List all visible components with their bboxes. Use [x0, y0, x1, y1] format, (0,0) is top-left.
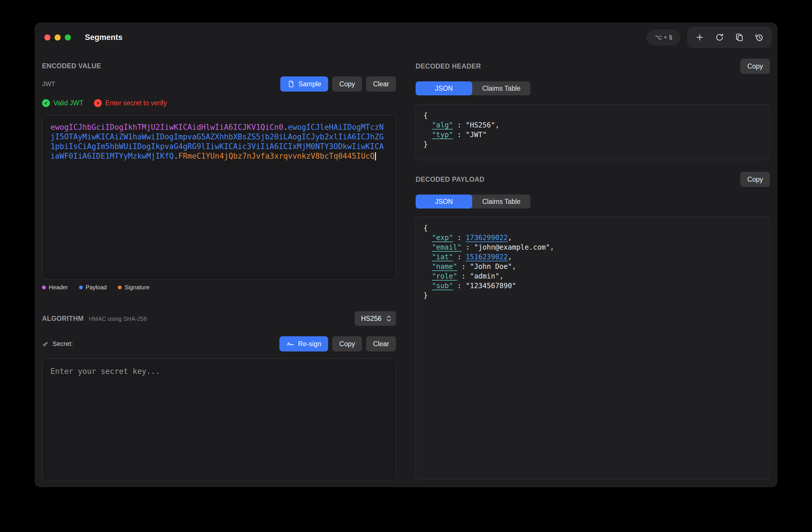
legend-signature-label: Signature [125, 284, 150, 291]
zoom-button[interactable] [65, 34, 71, 41]
sample-button[interactable]: Sample [280, 76, 328, 91]
algorithm-selected-value: HS256 [361, 315, 381, 322]
header-dot-icon [42, 286, 46, 289]
copy-header-button[interactable]: Copy [740, 59, 770, 74]
app-window: Segments ⌥ + § ENCODED VALU [35, 23, 777, 487]
tab-payload-json[interactable]: JSON [416, 195, 472, 209]
decoded-header-code: { "alg" : "HS256", "typ" : "JWT"} [423, 111, 762, 149]
json-value: "John Doe" [470, 262, 512, 271]
secret-buttons: Re-sign Copy Clear [279, 336, 396, 351]
code-line: } [423, 291, 762, 300]
header-view-tabs: JSON Claims Table [416, 81, 531, 95]
encoded-panel: ENCODED VALUE JWT Sample Copy Clear ✓ Va… [42, 52, 396, 481]
json-value[interactable]: 1736299022 [466, 234, 508, 242]
code-line: } [423, 140, 762, 149]
plus-icon [695, 33, 705, 42]
json-key[interactable]: "name" [432, 262, 457, 271]
code-line: "role" : "admin", [423, 272, 762, 281]
window-title: Segments [85, 33, 122, 42]
resign-button[interactable]: Re-sign [279, 336, 328, 351]
sample-button-label: Sample [299, 80, 321, 88]
code-line: "alg" : "HS256", [423, 120, 762, 130]
encoded-buttons: Sample Copy Clear [280, 76, 396, 91]
json-key[interactable]: "alg" [432, 121, 453, 129]
secret-input[interactable] [42, 358, 396, 481]
decoded-header-title: DECODED HEADER [416, 62, 481, 70]
payload-view-tabs: JSON Claims Table [416, 195, 531, 209]
copy-secret-button[interactable]: Copy [332, 336, 362, 351]
secret-warning-status: × Enter secret to verify [94, 99, 167, 107]
chevron-up-down-icon [386, 314, 392, 323]
json-key[interactable]: "role" [432, 272, 457, 280]
clear-encoded-button[interactable]: Clear [366, 76, 396, 91]
code-line: "sub" : "1234567890" [423, 281, 762, 291]
json-key[interactable]: "sub" [432, 282, 453, 290]
decoded-payload-box: { "exp" : 1736299022, "email" : "john@ex… [416, 217, 770, 479]
history-button[interactable] [750, 29, 768, 46]
copy-payload-button[interactable]: Copy [740, 172, 770, 187]
minimize-button[interactable] [55, 34, 61, 41]
legend-signature: Signature [118, 284, 150, 291]
code-line: "name" : "John Doe", [423, 262, 762, 272]
json-value: "john@example.com" [474, 243, 550, 251]
close-button[interactable] [44, 34, 50, 41]
x-circle-icon: × [94, 99, 102, 107]
resign-button-label: Re-sign [298, 340, 321, 348]
code-line: { [423, 111, 762, 120]
algorithm-row: ALGORITHM HMAC using SHA-256 HS256 [42, 311, 396, 326]
legend-payload: Payload [79, 284, 107, 291]
token-separator: . [283, 123, 288, 131]
json-key[interactable]: "email" [432, 243, 461, 251]
secret-label-text: Secret: [53, 340, 73, 348]
shortcut-hint: ⌥ + § [647, 30, 680, 45]
code-line: "exp" : 1736299022, [423, 233, 762, 243]
json-value: "1234567890" [466, 282, 516, 290]
text-cursor [375, 152, 376, 160]
check-circle-icon: ✓ [42, 99, 50, 107]
payload-dot-icon [79, 286, 83, 289]
decoded-panel: DECODED HEADER Copy JSON Claims Table { … [416, 52, 770, 481]
copy-document-button[interactable] [730, 29, 749, 46]
json-value: "admin" [470, 272, 499, 280]
copy-icon [735, 33, 744, 42]
jwt-toolbar-row: JWT Sample Copy Clear [42, 76, 396, 91]
token-legend: Header Payload Signature [42, 284, 396, 291]
new-button[interactable] [691, 29, 709, 46]
decoded-payload-row: DECODED PAYLOAD Copy [416, 172, 770, 187]
tab-header-json[interactable]: JSON [416, 81, 472, 95]
decoded-payload-code: { "exp" : 1736299022, "email" : "john@ex… [423, 224, 762, 300]
signature-icon [286, 340, 294, 348]
json-value[interactable]: 1516239022 [466, 253, 508, 261]
decoded-payload-title: DECODED PAYLOAD [416, 176, 484, 184]
titlebar-actions: ⌥ + § [647, 27, 772, 48]
code-line: "typ" : "JWT" [423, 130, 762, 140]
tab-payload-claims-table[interactable]: Claims Table [472, 195, 531, 209]
json-key[interactable]: "exp" [432, 234, 453, 242]
algorithm-select[interactable]: HS256 [355, 311, 396, 326]
key-icon [42, 340, 49, 347]
secret-warning-label: Enter secret to verify [105, 99, 167, 107]
json-value: "HS256" [466, 121, 495, 129]
json-key[interactable]: "iat" [432, 253, 453, 261]
encoded-section-title: ENCODED VALUE [42, 62, 396, 70]
algorithm-heading: ALGORITHM HMAC using SHA-256 [42, 315, 147, 322]
tab-header-claims-table[interactable]: Claims Table [472, 81, 531, 95]
json-value: "JWT" [466, 131, 487, 139]
jwt-input[interactable]: ewogICJhbGciIDogIkhTMjU2IiwKICAidHlwIiA6… [42, 115, 396, 279]
token-signature-segment: FRmeC1YUn4jQbz7nJvfa3xrqvvnkzV8bcTq0445I… [178, 152, 375, 160]
status-row: ✓ Valid JWT × Enter secret to verify [42, 99, 396, 107]
history-icon [755, 33, 764, 42]
titlebar: Segments ⌥ + § [35, 23, 777, 52]
document-icon [287, 80, 295, 88]
secret-row: Secret: Re-sign Copy Clear [42, 336, 396, 351]
refresh-icon [715, 33, 724, 42]
secret-label: Secret: [42, 340, 73, 348]
clear-secret-button[interactable]: Clear [366, 336, 396, 351]
valid-status: ✓ Valid JWT [42, 99, 83, 107]
legend-header-label: Header [49, 284, 68, 291]
algorithm-section-title: ALGORITHM [42, 315, 84, 322]
toolbar-icon-group [687, 27, 772, 48]
copy-encoded-button[interactable]: Copy [332, 76, 362, 91]
json-key[interactable]: "typ" [432, 131, 453, 139]
refresh-button[interactable] [710, 29, 729, 46]
